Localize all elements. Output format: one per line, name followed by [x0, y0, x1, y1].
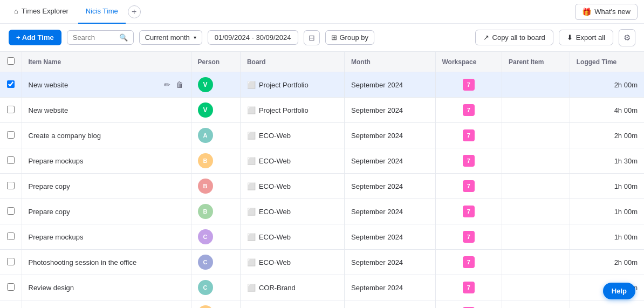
avatar: B	[198, 204, 213, 219]
board-icon: ⬜	[247, 208, 256, 216]
row-logged-time: 6h 00m	[570, 300, 644, 309]
board-icon: ⬜	[247, 258, 256, 266]
row-checkbox[interactable]	[7, 131, 15, 139]
current-month-button[interactable]: Current month ▾	[139, 30, 202, 45]
table-row: Prepare mockupsB⬜ECO-WebSeptember 202471…	[0, 148, 644, 174]
select-all-checkbox[interactable]	[7, 57, 15, 65]
row-checkbox[interactable]	[7, 283, 15, 291]
settings-button[interactable]: ⚙	[619, 29, 635, 46]
row-checkbox[interactable]	[7, 258, 15, 265]
board-cell: ⬜COR-Brand	[247, 284, 338, 292]
board-name: COR-Brand	[259, 284, 296, 292]
row-person: C	[191, 300, 240, 309]
row-workspace: 7	[435, 174, 502, 199]
item-name-text: Photoshooting session in the office	[29, 258, 184, 266]
export-label: Export all	[576, 33, 605, 42]
board-icon: ⬜	[247, 182, 256, 190]
row-parent-item	[502, 174, 570, 199]
row-checkbox-cell	[0, 98, 22, 123]
whats-new-button[interactable]: 🎁 What's new	[575, 4, 638, 20]
row-person: A	[191, 123, 240, 148]
group-by-label: Group by	[340, 33, 368, 42]
add-time-label: + Add Time	[16, 33, 54, 42]
date-range-button[interactable]: 01/09/2024 - 30/09/2024	[208, 30, 298, 45]
row-logged-time: 1h 00m	[570, 224, 644, 250]
avatar: C	[198, 305, 213, 308]
header-board: Board	[240, 52, 344, 72]
tab-times-explorer-label: Times Explorer	[22, 7, 68, 15]
copy-board-label: Copy all to board	[492, 33, 545, 42]
row-logged-time: 1h 00m	[570, 174, 644, 199]
row-logged-time: 2h 00m	[570, 250, 644, 275]
row-checkbox[interactable]	[7, 182, 15, 189]
row-checkbox-cell	[0, 199, 22, 224]
row-workspace: 7	[435, 72, 502, 98]
add-tab-button[interactable]: +	[128, 5, 141, 18]
workspace-badge: 7	[463, 104, 475, 116]
grid-icon: ⊞	[331, 33, 337, 42]
search-box: 🔍	[67, 30, 134, 45]
item-name-text: Prepare copy	[29, 182, 184, 190]
avatar: B	[198, 179, 213, 194]
board-name: Project Portfolio	[259, 106, 309, 114]
help-button[interactable]: Help	[603, 283, 635, 299]
copy-all-to-board-button[interactable]: ↗ Copy all to board	[475, 30, 553, 45]
row-person: B	[191, 199, 240, 224]
row-workspace: 7	[435, 224, 502, 250]
table-body: New website✏🗑V⬜Project PortfolioSeptembe…	[0, 72, 644, 309]
row-logged-time: 1h 00m	[570, 199, 644, 224]
row-logged-time: 2h 00m	[570, 72, 644, 98]
board-name: ECO-Web	[259, 258, 291, 266]
avatar: C	[198, 229, 213, 244]
row-checkbox-cell	[0, 72, 22, 98]
row-month: September 2024	[344, 123, 435, 148]
group-by-button[interactable]: ⊞ Group by	[325, 30, 374, 45]
row-parent-item	[502, 199, 570, 224]
time-entries-table: Item Name Person Board Month Workspace P…	[0, 52, 644, 308]
filter-icon-button[interactable]: ⊟	[304, 30, 320, 45]
edit-button[interactable]: ✏	[163, 79, 172, 90]
item-name-text: Prepare mockups	[29, 233, 184, 241]
table-row: Prepare copyB⬜ECO-WebSeptember 202471h 0…	[0, 199, 644, 224]
row-board: ⬜ECO-Web	[240, 148, 344, 174]
row-workspace: 7	[435, 275, 502, 300]
tab-times-explorer[interactable]: ⌂ Times Explorer	[6, 0, 76, 24]
tab-bar-left: ⌂ Times Explorer Nicis Time +	[6, 0, 141, 24]
row-board: ⬜COR-Brand	[240, 275, 344, 300]
table-header-row: Item Name Person Board Month Workspace P…	[0, 52, 644, 72]
row-workspace: 7	[435, 148, 502, 174]
filter-icon: ⊟	[309, 33, 315, 42]
row-board: ⬜Project Portfolio	[240, 72, 344, 98]
board-cell: ⬜ECO-Web	[247, 157, 338, 165]
header-parent-item: Parent Item	[502, 52, 570, 72]
board-cell: ⬜ECO-Web	[247, 182, 338, 190]
tab-nicis-time[interactable]: Nicis Time	[78, 0, 126, 24]
row-checkbox-cell	[0, 300, 22, 309]
settings-icon: ⚙	[624, 33, 631, 43]
export-all-button[interactable]: ⬇ Export all	[559, 30, 613, 45]
table-row: Create a company blogA⬜ECO-WebSeptember …	[0, 123, 644, 148]
row-person: C	[191, 224, 240, 250]
board-icon: ⬜	[247, 233, 256, 241]
row-board: ⬜ECO-Web	[240, 224, 344, 250]
avatar: C	[198, 255, 213, 270]
row-checkbox[interactable]	[7, 156, 15, 164]
board-cell: ⬜ECO-Web	[247, 208, 338, 216]
item-name-text: Create a company blog	[29, 132, 184, 140]
add-time-button[interactable]: + Add Time	[9, 30, 61, 45]
delete-button[interactable]: 🗑	[175, 79, 184, 90]
table-row: Review designC⬜COR-BrandSeptember 202476…	[0, 275, 644, 300]
table-row: Photoshooting session in the officeC⬜ECO…	[0, 250, 644, 275]
item-name-text: Prepare mockups	[29, 157, 184, 165]
row-checkbox[interactable]	[7, 232, 15, 240]
row-board: ⬜ECO-Web	[240, 250, 344, 275]
row-workspace: 7	[435, 199, 502, 224]
avatar: C	[198, 280, 213, 295]
table-row: New websiteV⬜Project PortfolioSeptember …	[0, 98, 644, 123]
search-input[interactable]	[73, 33, 116, 42]
row-checkbox[interactable]	[7, 80, 15, 88]
board-icon: ⬜	[247, 157, 256, 165]
row-checkbox-cell	[0, 174, 22, 199]
row-checkbox[interactable]	[7, 207, 15, 215]
row-checkbox[interactable]	[7, 106, 15, 113]
